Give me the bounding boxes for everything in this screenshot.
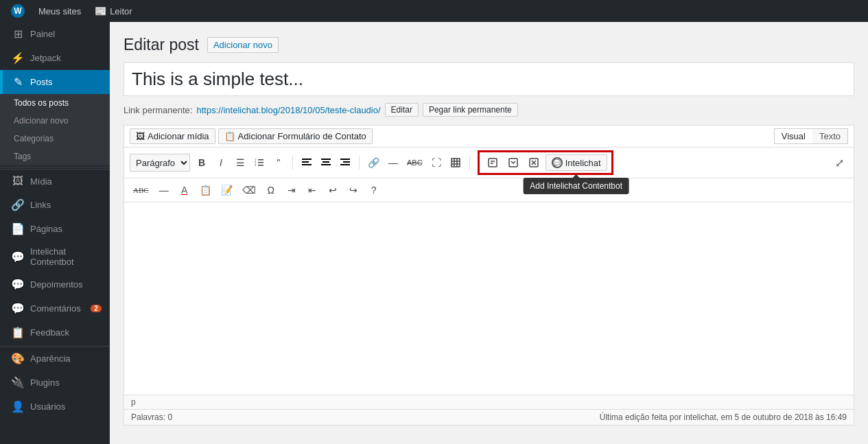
- depoimentos-label: Depoimentos: [30, 279, 83, 290]
- unordered-list-button[interactable]: ☰: [231, 154, 249, 172]
- sidebar-section-1: [0, 167, 110, 167]
- table-button[interactable]: [447, 154, 465, 172]
- my-sites-item[interactable]: Meus sites: [33, 0, 86, 22]
- todos-posts-label: Todos os posts: [14, 98, 69, 108]
- tags-label: Tags: [14, 152, 31, 161]
- svg-rect-8: [302, 164, 312, 165]
- svg-rect-20: [489, 159, 497, 167]
- align-right-button[interactable]: [336, 154, 354, 172]
- bold-button[interactable]: B: [193, 154, 211, 172]
- usuarios-icon: 👤: [11, 400, 25, 413]
- align-left-button[interactable]: [298, 154, 316, 172]
- comentarios-icon: 💬: [11, 302, 25, 315]
- toolbar-section-format: B I ☰ 123 ": [193, 154, 288, 172]
- add-media-icon: 🖼: [136, 131, 145, 141]
- blockquote-button[interactable]: ": [270, 154, 288, 172]
- sidebar-item-painel[interactable]: ⊞ Painel: [0, 22, 110, 46]
- jetpack-label: Jetpack: [30, 53, 61, 63]
- sidebar-item-tags[interactable]: Tags: [0, 148, 110, 165]
- sidebar-item-jetpack[interactable]: ⚡ Jetpack: [0, 46, 110, 70]
- toolbar-section-misc: 🔗 — ABC ⛶: [364, 154, 465, 172]
- svg-rect-13: [343, 161, 350, 163]
- depoimentos-icon: 💬: [11, 278, 25, 291]
- add-new-button[interactable]: Adicionar novo: [207, 37, 279, 53]
- sidebar-item-depoimentos[interactable]: 💬 Depoimentos: [0, 272, 110, 296]
- toolbar-sep-3: [469, 156, 470, 170]
- sidebar-item-plugins[interactable]: 🔌 Plugins: [0, 371, 110, 395]
- fullscreen-button[interactable]: ⛶: [427, 154, 445, 172]
- posts-icon: ✎: [11, 75, 25, 89]
- intelichat-toolbar-area: 💬 Intelichat Add Intelichat Contentbot: [478, 150, 613, 175]
- permalink-label: Link permanente:: [124, 105, 192, 115]
- remove-format-button[interactable]: ⌫: [239, 181, 259, 199]
- last-edit: Última edição feita por intelichat, em 5…: [600, 412, 847, 422]
- hr-button[interactable]: —: [155, 181, 173, 199]
- intelichat-extra-btn-1[interactable]: [484, 154, 502, 172]
- add-contact-icon: 📋: [224, 131, 235, 141]
- sidebar-item-aparencia[interactable]: 🎨 Aparência: [0, 347, 110, 371]
- page-header: Editar post Adicionar novo: [124, 36, 854, 54]
- sidebar-item-intelichat[interactable]: 💬 Intelichat Contentbot: [0, 241, 110, 272]
- strikethrough-button[interactable]: ABC: [130, 181, 152, 199]
- svg-rect-0: [258, 159, 263, 161]
- edit-permalink-button[interactable]: Editar: [385, 103, 419, 117]
- intelichat-extra-btn-2[interactable]: [504, 154, 522, 172]
- copy-permalink-button[interactable]: Pegar link permanente: [423, 103, 518, 117]
- paragraph-select[interactable]: Parágrafo: [130, 154, 190, 172]
- more-button[interactable]: —: [384, 154, 402, 172]
- sidebar-item-paginas[interactable]: 📄 Páginas: [0, 217, 110, 241]
- paste-text-button[interactable]: 📋: [196, 181, 215, 199]
- aparencia-label: Aparência: [30, 353, 71, 364]
- spellcheck-button[interactable]: ABC: [403, 154, 426, 172]
- sidebar-item-midia[interactable]: 🖼 Mídia: [0, 170, 110, 193]
- sidebar-item-posts[interactable]: ✎ Posts: [0, 70, 110, 94]
- words-section: Palavras: 0: [131, 412, 172, 422]
- align-center-button[interactable]: [317, 154, 335, 172]
- svg-text:3: 3: [255, 163, 257, 167]
- indent-button[interactable]: ⇥: [283, 181, 301, 199]
- editor-body[interactable]: [124, 202, 854, 395]
- text-tab[interactable]: Texto: [812, 129, 847, 143]
- ordered-list-button[interactable]: 123: [250, 154, 268, 172]
- sidebar-item-adicionar-novo[interactable]: Adicionar novo: [0, 112, 110, 130]
- sidebar-item-categorias[interactable]: Categorias: [0, 130, 110, 148]
- main-content: Editar post Adicionar novo Link permanen…: [110, 22, 868, 444]
- intelichat-icon: 💬: [11, 250, 25, 264]
- special-char-button[interactable]: Ω: [262, 181, 280, 199]
- svg-rect-14: [340, 164, 350, 165]
- paste-from-word-button[interactable]: 📝: [218, 181, 236, 199]
- intelichat-btn-label: Intelichat: [565, 158, 601, 168]
- add-contact-button[interactable]: 📋 Adicionar Formulário de Contato: [218, 128, 373, 144]
- permalink-url[interactable]: https://intelichat.blog/2018/10/05/teste…: [196, 105, 380, 115]
- sidebar-item-todos-posts[interactable]: Todos os posts: [0, 94, 110, 112]
- post-title-input[interactable]: [124, 62, 854, 96]
- wp-logo-item[interactable]: W: [5, 0, 30, 22]
- comentarios-label: Comentários: [30, 303, 81, 314]
- visual-tab[interactable]: Visual: [775, 129, 812, 143]
- sidebar-item-feedback[interactable]: 📋 Feedback: [0, 320, 110, 344]
- sidebar-item-usuarios[interactable]: 👤 Usuários: [0, 395, 110, 419]
- reader-item[interactable]: 📰 Leitor: [89, 0, 138, 22]
- plugins-icon: 🔌: [11, 376, 25, 389]
- intelichat-extra-btn-3[interactable]: [525, 154, 543, 172]
- redo-button[interactable]: ↪: [344, 181, 362, 199]
- sidebar-item-comentarios[interactable]: 💬 Comentários 2: [0, 296, 110, 320]
- link-button[interactable]: 🔗: [364, 154, 383, 172]
- svg-rect-11: [321, 164, 331, 165]
- italic-button[interactable]: I: [212, 154, 230, 172]
- text-color-button[interactable]: A: [176, 181, 193, 199]
- visual-text-tabs: Visual Texto: [774, 128, 848, 144]
- svg-rect-1: [258, 162, 263, 163]
- intelichat-button[interactable]: 💬 Intelichat: [546, 154, 607, 171]
- outdent-button[interactable]: ⇤: [303, 181, 321, 199]
- sidebar-item-label: Posts: [30, 77, 53, 87]
- permalink-bar: Link permanente: https://intelichat.blog…: [124, 103, 854, 117]
- help-button[interactable]: ?: [365, 181, 383, 199]
- svg-rect-2: [258, 165, 263, 166]
- svg-rect-12: [340, 159, 350, 160]
- sidebar-item-links[interactable]: 🔗 Links: [0, 193, 110, 217]
- expand-button[interactable]: ⤢: [830, 154, 848, 172]
- undo-button[interactable]: ↩: [324, 181, 342, 199]
- add-media-button[interactable]: 🖼 Adicionar mídia: [130, 128, 215, 144]
- links-label: Links: [30, 200, 51, 210]
